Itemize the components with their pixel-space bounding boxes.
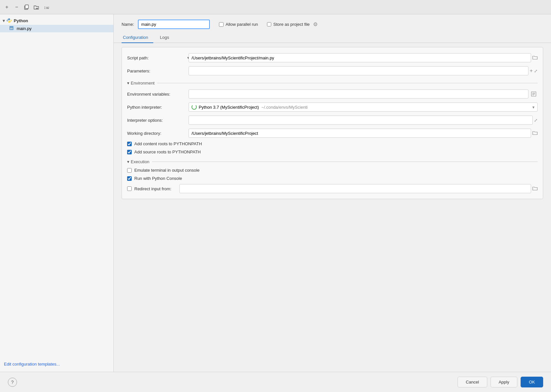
copy-icon[interactable] bbox=[23, 4, 30, 11]
add-source-roots-checkbox[interactable] bbox=[127, 150, 132, 154]
run-python-console-row: Run with Python Console bbox=[127, 174, 538, 182]
interpreter-row: Python interpreter: Python 3.7 (MyScient… bbox=[127, 101, 538, 114]
run-python-console-checkbox[interactable] bbox=[127, 176, 132, 181]
store-project-group: Store as project file ⚙ bbox=[267, 21, 317, 27]
script-path-input[interactable] bbox=[189, 53, 531, 62]
name-input[interactable] bbox=[138, 20, 210, 29]
env-vars-field bbox=[189, 89, 538, 99]
execution-chevron[interactable]: ▾ bbox=[127, 159, 129, 164]
redirect-input-text[interactable] bbox=[179, 184, 531, 193]
redirect-input-folder-icon[interactable] bbox=[532, 186, 538, 192]
script-path-field bbox=[189, 53, 538, 62]
env-vars-edit-icon[interactable] bbox=[530, 90, 538, 98]
apply-button[interactable]: Apply bbox=[491, 377, 518, 387]
ok-button[interactable]: OK bbox=[521, 377, 543, 387]
emulate-terminal-label: Emulate terminal in output console bbox=[134, 168, 199, 173]
emulate-terminal-row: Emulate terminal in output console bbox=[127, 166, 538, 174]
python-logo-icon bbox=[6, 18, 12, 24]
edit-templates-link[interactable]: Edit configuration templates... bbox=[4, 362, 60, 367]
python-file-icon: py bbox=[9, 26, 15, 31]
script-path-row: Script path: ▾ bbox=[127, 51, 538, 64]
interpreter-dropdown-arrow: ▾ bbox=[532, 105, 535, 110]
sidebar-footer: Edit configuration templates... bbox=[0, 358, 113, 370]
tabs-bar: Configuration Logs bbox=[114, 32, 551, 43]
add-content-roots-label: Add content roots to PYTHONPATH bbox=[134, 141, 202, 146]
config-form: Script path: ▾ bbox=[114, 43, 551, 203]
sidebar-python-label: Python bbox=[14, 18, 28, 23]
working-dir-field bbox=[189, 129, 538, 138]
allow-parallel-label: Allow parallel run bbox=[225, 22, 258, 27]
svg-text:↕: ↕ bbox=[44, 5, 46, 10]
interpreter-options-expand-icon[interactable]: ⤢ bbox=[534, 118, 538, 123]
working-dir-row: Working directory: bbox=[127, 127, 538, 140]
parameters-row: Parameters: + ⤢ bbox=[127, 64, 538, 77]
store-project-checkbox[interactable] bbox=[267, 22, 271, 26]
environment-label: ▾ Environment bbox=[127, 81, 155, 86]
environment-chevron[interactable]: ▾ bbox=[127, 81, 129, 86]
run-python-console-label: Run with Python Console bbox=[134, 176, 182, 181]
redirect-input-field bbox=[179, 184, 538, 193]
svg-point-5 bbox=[9, 22, 10, 23]
working-dir-input[interactable] bbox=[189, 129, 531, 138]
environment-section-divider: ▾ Environment bbox=[127, 77, 538, 87]
environment-divider-line bbox=[157, 83, 538, 83]
minus-icon[interactable]: − bbox=[13, 4, 20, 11]
add-content-roots-row: Add content roots to PYTHONPATH bbox=[127, 140, 538, 148]
emulate-terminal-checkbox[interactable] bbox=[127, 168, 132, 173]
run-configuration-dialog: + − ↕ az ▾ bbox=[0, 0, 551, 392]
folder-move-icon[interactable] bbox=[33, 4, 40, 11]
interpreter-select[interactable]: Python 3.7 (MyScientificProject) ~/.cond… bbox=[189, 102, 538, 112]
parameters-add-icon[interactable]: + bbox=[530, 68, 533, 74]
tab-configuration[interactable]: Configuration bbox=[122, 32, 153, 43]
tab-logs[interactable]: Logs bbox=[159, 32, 174, 43]
working-dir-label: Working directory: bbox=[127, 131, 186, 136]
footer-buttons: Cancel Apply OK bbox=[458, 377, 543, 387]
redirect-input-checkbox[interactable] bbox=[127, 186, 132, 191]
env-vars-row: Environment variables: bbox=[127, 87, 538, 101]
working-dir-folder-icon[interactable] bbox=[532, 130, 538, 136]
env-vars-input[interactable] bbox=[189, 89, 528, 99]
svg-rect-1 bbox=[25, 5, 28, 8]
name-label: Name: bbox=[122, 22, 134, 27]
toolbar: + − ↕ az bbox=[0, 0, 551, 14]
interpreter-loading-icon bbox=[192, 104, 197, 110]
dialog-footer: ? Cancel Apply OK bbox=[0, 372, 551, 392]
execution-section-divider: ▾ Execution bbox=[127, 156, 538, 166]
svg-point-4 bbox=[8, 19, 9, 19]
add-source-roots-row: Add source roots to PYTHONPATH bbox=[127, 148, 538, 156]
main-content: ▾ Python py main.py bbox=[0, 14, 551, 372]
add-icon[interactable]: + bbox=[3, 4, 10, 11]
form-section: Script path: ▾ bbox=[122, 47, 543, 199]
sort-icon[interactable]: ↕ az bbox=[42, 4, 50, 11]
parameters-field: + ⤢ bbox=[189, 66, 538, 75]
interpreter-options-label: Interpreter options: bbox=[127, 118, 186, 123]
cancel-button[interactable]: Cancel bbox=[458, 377, 487, 387]
add-content-roots-checkbox[interactable] bbox=[127, 142, 132, 146]
parameters-label: Parameters: bbox=[127, 69, 186, 73]
interpreter-label: Python interpreter: bbox=[127, 105, 186, 110]
help-button[interactable]: ? bbox=[8, 378, 17, 387]
execution-divider-line bbox=[152, 162, 538, 162]
interpreter-options-input[interactable] bbox=[189, 116, 533, 125]
parameters-input[interactable] bbox=[189, 66, 528, 75]
interpreter-options-field: ⤢ bbox=[189, 116, 538, 125]
interpreter-field: Python 3.7 (MyScientificProject) ~/.cond… bbox=[189, 102, 538, 112]
redirect-input-row: Redirect input from: bbox=[127, 182, 538, 195]
gear-icon[interactable]: ⚙ bbox=[313, 21, 318, 27]
parameters-expand-icon[interactable]: ⤢ bbox=[534, 69, 538, 73]
sidebar-section-python[interactable]: ▾ Python bbox=[0, 16, 113, 25]
svg-text:py: py bbox=[10, 27, 13, 30]
env-vars-label: Environment variables: bbox=[127, 92, 186, 97]
interpreter-value: Python 3.7 (MyScientificProject) ~/.cond… bbox=[199, 105, 308, 110]
interpreter-options-row: Interpreter options: ⤢ bbox=[127, 114, 538, 127]
script-path-label-area: Script path: ▾ bbox=[127, 55, 186, 60]
redirect-input-label: Redirect input from: bbox=[134, 186, 177, 191]
script-path-folder-icon[interactable] bbox=[532, 55, 538, 61]
sidebar-item-mainpy[interactable]: py main.py bbox=[0, 25, 113, 32]
add-source-roots-label: Add source roots to PYTHONPATH bbox=[134, 149, 201, 154]
config-panel: Name: Allow parallel run Store as projec… bbox=[114, 14, 551, 372]
allow-parallel-group: Allow parallel run bbox=[219, 22, 258, 27]
svg-text:az: az bbox=[46, 6, 49, 9]
allow-parallel-checkbox[interactable] bbox=[219, 22, 224, 27]
sidebar: ▾ Python py main.py bbox=[0, 14, 114, 372]
